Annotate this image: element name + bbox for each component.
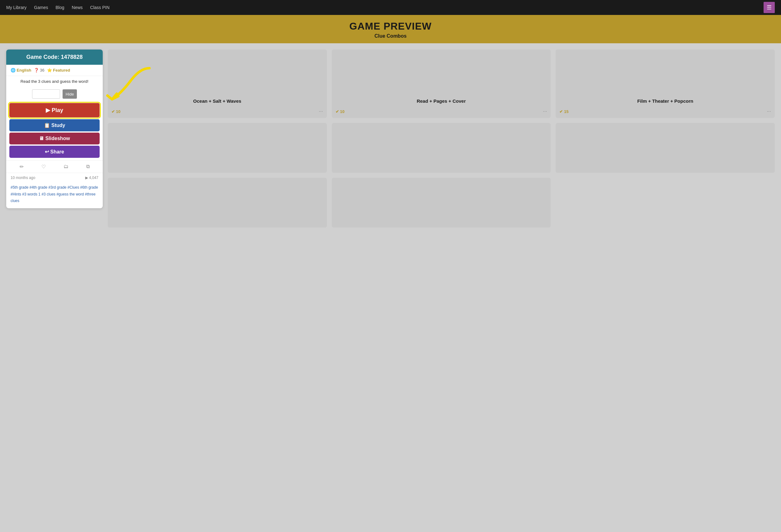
game-tile — [556, 123, 775, 173]
share-button[interactable]: ↩ Share — [9, 146, 99, 158]
meta-featured: ⭐ Featured — [47, 68, 70, 73]
tile-more-icon[interactable]: ··· — [319, 109, 323, 114]
password-row: Hide — [6, 87, 103, 101]
card-footer: 10 months ago ▶ 4,047 — [6, 173, 103, 182]
game-code-header: Game Code: 1478828 — [6, 49, 103, 65]
tile-more-icon[interactable]: ··· — [767, 109, 771, 114]
tile-footer: ✔ 10 ··· — [112, 109, 323, 114]
edit-icon[interactable]: ✏ — [19, 164, 24, 170]
game-tile — [332, 123, 551, 173]
game-tile — [108, 123, 327, 173]
folder-icon[interactable]: 🗂 — [64, 164, 69, 170]
game-tile — [332, 178, 551, 228]
tags: #5th grade #4th grade #3rd grade #Clues … — [6, 182, 103, 208]
tile-count: ✔ 15 — [559, 109, 568, 114]
action-icons: ✏ ♡ 🗂 ⧉ — [6, 160, 103, 173]
game-meta: 🌐 English ❓ 36 ⭐ Featured — [6, 65, 103, 76]
hamburger-button[interactable]: ☰ — [764, 2, 775, 13]
main-content: Game Code: 1478828 🌐 English ❓ 36 ⭐ Feat… — [0, 43, 781, 234]
game-tile: Ocean + Salt + Waves ✔ 10 ··· — [108, 49, 327, 118]
page-subtitle: Clue Combos — [0, 33, 781, 39]
game-grid: Ocean + Salt + Waves ✔ 10 ··· Read + Pag… — [108, 49, 775, 228]
tile-title: Film + Theater + Popcorn — [559, 98, 771, 104]
tile-count: ✔ 10 — [112, 109, 120, 114]
tile-footer: ✔ 10 ··· — [336, 109, 547, 114]
password-input[interactable] — [32, 89, 60, 99]
nav-my-library[interactable]: My Library — [6, 5, 27, 10]
header-banner: Game Preview Clue Combos — [0, 15, 781, 43]
copy-icon[interactable]: ⧉ — [86, 164, 90, 170]
nav-games[interactable]: Games — [34, 5, 48, 10]
game-description: Read the 3 clues and guess the word! — [6, 76, 103, 87]
tile-footer: ✔ 15 ··· — [559, 109, 771, 114]
game-tile: Film + Theater + Popcorn ✔ 15 ··· — [556, 49, 775, 118]
tile-count: ✔ 10 — [336, 109, 344, 114]
heart-icon[interactable]: ♡ — [41, 164, 46, 170]
meta-english: 🌐 English — [10, 68, 32, 73]
hide-button[interactable]: Hide — [63, 89, 77, 99]
play-button[interactable]: ▶ Play — [9, 103, 99, 117]
navbar: My Library Games Blog News Class PIN ☰ — [0, 0, 781, 15]
left-panel: Game Code: 1478828 🌐 English ❓ 36 ⭐ Feat… — [6, 49, 103, 228]
time-ago: 10 months ago — [10, 175, 35, 180]
game-tile — [108, 178, 327, 228]
game-card: Game Code: 1478828 🌐 English ❓ 36 ⭐ Feat… — [6, 49, 103, 208]
nav-blog[interactable]: Blog — [55, 5, 64, 10]
meta-count: ❓ 36 — [34, 68, 44, 73]
nav-class-pin[interactable]: Class PIN — [90, 5, 110, 10]
tile-more-icon[interactable]: ··· — [543, 109, 547, 114]
page-title: Game Preview — [0, 21, 781, 32]
tile-title: Ocean + Salt + Waves — [112, 98, 323, 104]
study-button[interactable]: 📋 Study — [9, 119, 99, 131]
nav-links: My Library Games Blog News Class PIN — [6, 5, 110, 10]
play-count: ▶ 4,047 — [85, 175, 98, 180]
game-tile: Read + Pages + Cover ✔ 10 ··· — [332, 49, 551, 118]
nav-news[interactable]: News — [72, 5, 83, 10]
tile-title: Read + Pages + Cover — [336, 98, 547, 104]
slideshow-button[interactable]: 🖥 Slideshow — [9, 133, 99, 145]
